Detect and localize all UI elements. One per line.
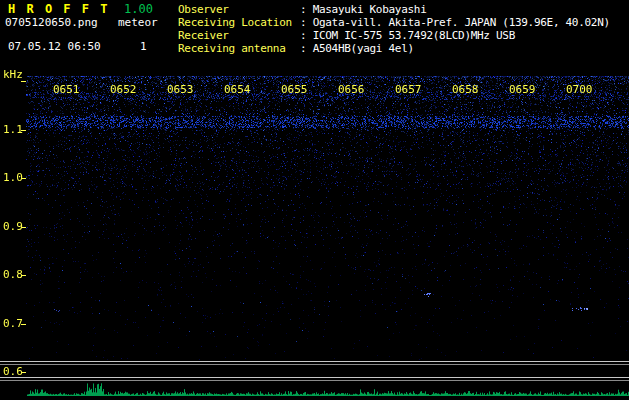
- info-value: : ICOM IC-575 53.7492(8LCD)MHz USB: [300, 29, 515, 42]
- info-row-location: Receiving Location : Ogata-vill. Akita-P…: [178, 16, 610, 29]
- mode-label: meteor: [118, 17, 158, 29]
- app-version: 1.00: [124, 3, 153, 15]
- info-label: Receiver: [178, 29, 300, 42]
- info-value: : Masayuki Kobayashi: [300, 3, 426, 16]
- info-value: : A504HB(yagi 4el): [300, 42, 414, 55]
- info-label: Receiving Location: [178, 16, 300, 29]
- freq-tick-label: 1.1: [3, 124, 23, 136]
- info-row-antenna: Receiving antenna : A504HB(yagi 4el): [178, 42, 610, 55]
- app-title: H R O F F T: [8, 3, 109, 15]
- hrofft-screen: H R O F F T 1.00 0705120650.png meteor 0…: [0, 0, 629, 400]
- time-tick-label: 0653: [167, 84, 194, 96]
- time-tick-label: 0654: [224, 84, 251, 96]
- freq-tick-label: 0.6: [3, 366, 23, 378]
- station-info: Observer : Masayuki Kobayashi Receiving …: [178, 3, 610, 55]
- signal-strip-canvas: [0, 360, 629, 400]
- info-row-observer: Observer : Masayuki Kobayashi: [178, 3, 610, 16]
- freq-tick-label: 0.8: [3, 269, 23, 281]
- time-tick-label: 0658: [452, 84, 479, 96]
- info-value: : Ogata-vill. Akita-Pref. JAPAN (139.96E…: [300, 16, 610, 29]
- info-label: Receiving antenna: [178, 42, 300, 55]
- spectrogram-canvas: [26, 76, 629, 361]
- observation-datetime: 07.05.12 06:50: [8, 41, 101, 53]
- time-tick-label: 0659: [509, 84, 536, 96]
- output-filename: 0705120650.png: [5, 17, 98, 29]
- info-label: Observer: [178, 3, 300, 16]
- freq-tick-mark: [21, 81, 26, 82]
- time-tick-label: 0656: [338, 84, 365, 96]
- freq-tick-label: 0.7: [3, 318, 23, 330]
- freq-tick-label: 0.9: [3, 221, 23, 233]
- time-tick-label: 0700: [566, 84, 593, 96]
- info-row-receiver: Receiver : ICOM IC-575 53.7492(8LCD)MHz …: [178, 29, 610, 42]
- time-tick-label: 0652: [110, 84, 137, 96]
- time-tick-label: 0651: [53, 84, 80, 96]
- time-tick-label: 0655: [281, 84, 308, 96]
- time-tick-label: 0657: [395, 84, 422, 96]
- meteor-count: 1: [140, 41, 147, 53]
- freq-tick-label: 1.0: [3, 172, 23, 184]
- freq-unit-label: kHz: [3, 69, 23, 81]
